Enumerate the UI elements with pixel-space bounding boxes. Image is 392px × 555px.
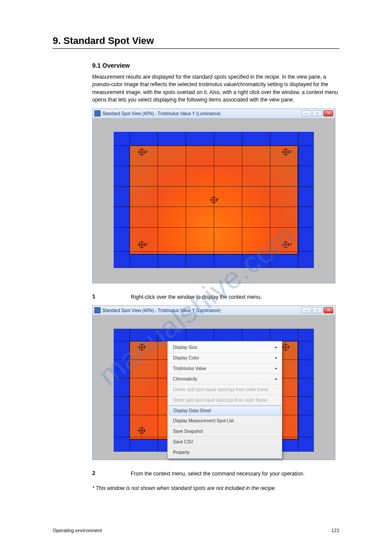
app-icon bbox=[94, 110, 101, 116]
heatmap: 1 2 3 4 5 bbox=[114, 132, 314, 268]
menu-display-color[interactable]: Display Color bbox=[168, 353, 282, 363]
window-title: Standard Spot View (40%) - Tristimulus V… bbox=[102, 111, 220, 116]
minimize-button[interactable]: — bbox=[302, 110, 311, 116]
section-title-overview: 9.1 Overview bbox=[53, 62, 339, 69]
spot-5[interactable] bbox=[139, 242, 145, 248]
maximize-button[interactable]: □ bbox=[313, 307, 322, 313]
spot-4-label: 4 bbox=[290, 242, 291, 246]
spot-1-label: 1 bbox=[217, 197, 219, 201]
spot-3[interactable] bbox=[283, 344, 289, 350]
overview-paragraph: Measurement results are displayed for th… bbox=[53, 73, 339, 104]
spot-2[interactable] bbox=[139, 344, 145, 350]
page-footer: Operating environment 121 bbox=[53, 528, 339, 533]
menu-property[interactable]: Property bbox=[168, 447, 282, 457]
maximize-button[interactable]: □ bbox=[313, 110, 322, 116]
footer-page-number: 121 bbox=[331, 528, 339, 533]
step-2-number: 2 bbox=[92, 470, 131, 476]
menu-save-csv[interactable]: Save CSV bbox=[168, 437, 282, 447]
spot-2-label: 2 bbox=[146, 149, 147, 153]
menu-save-snapshot[interactable]: Save Snapshot bbox=[168, 426, 282, 437]
spot-4[interactable] bbox=[283, 242, 289, 248]
titlebar[interactable]: Standard Spot View (40%) - Tristimulus V… bbox=[93, 306, 335, 316]
step-2-text: From the context menu, select the comman… bbox=[131, 471, 305, 477]
spot-1[interactable] bbox=[211, 197, 217, 203]
window-body[interactable]: Display Size Display Color Tristimulus V… bbox=[93, 316, 335, 460]
menu-delete-split: Delete split spot equal spacings from ou… bbox=[168, 385, 282, 395]
spot-view-window: Standard Spot View (40%) - Tristimulus V… bbox=[92, 109, 335, 283]
step-1-number: 1 bbox=[92, 293, 131, 300]
spot-3-label: 3 bbox=[290, 149, 291, 153]
minimize-button[interactable]: — bbox=[302, 307, 311, 313]
menu-chromaticity[interactable]: Chromaticity bbox=[168, 374, 282, 385]
heading-rule bbox=[53, 48, 339, 49]
menu-display-size[interactable]: Display Size bbox=[168, 342, 282, 353]
app-icon bbox=[94, 307, 101, 313]
menu-tristimulus[interactable]: Tristimulus Value bbox=[168, 363, 282, 374]
footnote: * This window is not shown when standard… bbox=[53, 485, 339, 492]
step-1-text: Right-click over the window to display t… bbox=[131, 294, 262, 300]
titlebar[interactable]: Standard Spot View (40%) - Tristimulus V… bbox=[93, 109, 335, 119]
spot-view-window-context: Standard Spot View (40%) - Tristimulus V… bbox=[92, 305, 335, 460]
context-menu: Display Size Display Color Tristimulus V… bbox=[167, 341, 282, 459]
page-heading: 9. Standard Spot View bbox=[53, 35, 339, 47]
footer-left: Operating environment bbox=[53, 528, 102, 533]
menu-reset-split: Reset split spot equal spacings from out… bbox=[168, 395, 282, 406]
window-title: Standard Spot View (40%) - Tristimulus V… bbox=[102, 308, 220, 313]
close-button[interactable]: ✕ bbox=[324, 307, 333, 313]
spot-3[interactable] bbox=[283, 149, 289, 155]
close-button[interactable]: ✕ bbox=[324, 110, 333, 116]
spot-5[interactable] bbox=[139, 428, 145, 434]
window-body[interactable]: 1 2 3 4 5 bbox=[93, 119, 335, 283]
menu-display-spot-list[interactable]: Display Measurement Spot List bbox=[168, 416, 282, 426]
spot-2[interactable] bbox=[139, 149, 145, 155]
spot-5-label: 5 bbox=[146, 242, 147, 246]
menu-display-data-sheet[interactable]: Display Data Sheet bbox=[169, 406, 281, 416]
